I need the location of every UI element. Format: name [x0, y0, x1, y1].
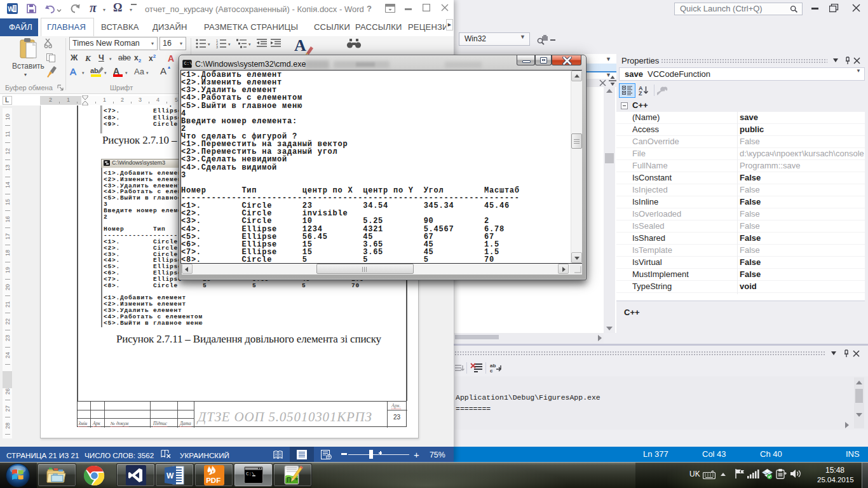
svg-text:PDF: PDF	[206, 477, 220, 484]
svg-text:Z: Z	[639, 90, 642, 96]
svg-text:c: c	[490, 368, 493, 374]
svg-text:3: 3	[216, 45, 218, 48]
svg-text:W: W	[8, 6, 14, 13]
svg-text:W: W	[166, 471, 174, 480]
